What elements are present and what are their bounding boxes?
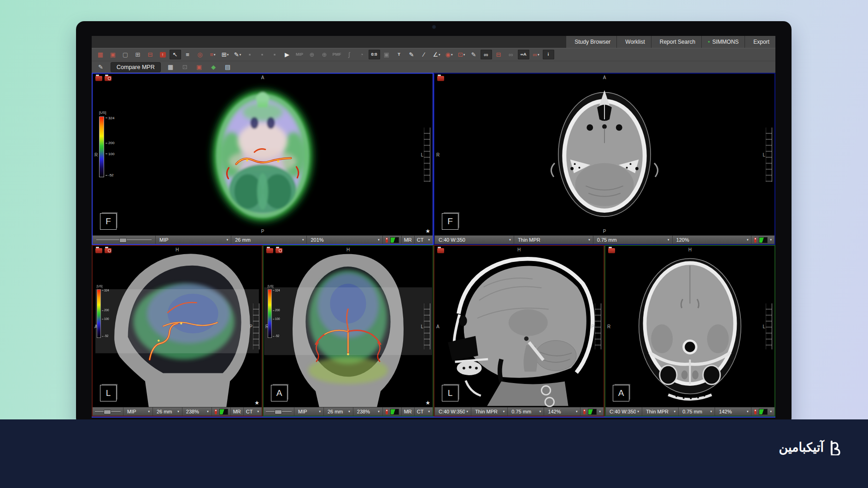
db-series-icon[interactable]: ⊟ [493,50,504,59]
unload-pin-icon[interactable] [754,409,757,414]
status-dropdown[interactable]: C:40 W:350 ▾ [434,236,514,244]
ruler-measure-icon[interactable]: ∕ [418,50,430,59]
angle-measure-icon[interactable]: ∠ ▾ [431,50,442,59]
step-back-icon[interactable]: ▪ [244,50,256,59]
orientation-cube[interactable]: F [100,213,117,230]
unload-series-icon[interactable] [608,248,615,253]
orientation-cube[interactable]: L [100,385,117,401]
center-point-icon[interactable]: ⊕ [319,50,330,59]
modality-ct[interactable]: CT [243,407,255,416]
viewport-fused-axial[interactable]: A P R L [US] 324 200 1 [92,73,434,245]
unload-series-icon[interactable] [437,76,444,81]
open-folder-icon[interactable]: ▣ [107,50,119,59]
status-dropdown[interactable]: MIP ▾ [294,407,323,416]
rotate-scope-icon[interactable]: ◎ [194,50,206,59]
marker-pen-icon[interactable]: ✎ [468,50,480,59]
clock-icon[interactable]: ◔ [356,50,368,59]
volume-3d-icon[interactable]: ◆ [208,62,219,72]
tile-count-icon[interactable]: 0:0 [369,50,380,59]
orientation-cube[interactable]: A [271,385,287,401]
status-dropdown[interactable]: Thin MPR ▾ [642,407,678,416]
status-dropdown[interactable]: 238% ▾ [182,407,211,416]
record-series-icon[interactable] [105,76,111,81]
status-dropdown[interactable]: 201% ▾ [306,236,382,244]
pmf-icon[interactable]: PMF [331,50,343,59]
status-dropdown[interactable]: 0.75 mm ▾ [593,236,672,244]
image-state-icon[interactable] [759,237,768,243]
key-image-star-icon[interactable]: ★ [425,228,430,234]
mip-mode-icon[interactable]: MIP [294,50,305,59]
status-dropdown[interactable]: Thin MPR ▾ [471,407,507,416]
viewport-fused-sagittal[interactable]: H A P [US] 324 200 100 [92,245,263,417]
text-annotation-icon[interactable]: T [393,50,405,59]
window-preset-icon[interactable]: ✎ ▾ [232,50,243,59]
crosshair-icon[interactable]: ⊕ [306,50,318,59]
orientation-cube[interactable]: F [442,213,458,230]
modality-mr[interactable]: MR [401,236,414,244]
status-dropdown[interactable]: 120% ▾ [672,236,751,244]
play-icon[interactable]: ▶ [282,50,293,59]
status-dropdown[interactable]: Thin MPR ▾ [514,236,593,244]
key-image-star-icon[interactable]: ★ [425,400,430,406]
capture-region-icon[interactable]: ⊡ ▾ [456,50,467,59]
layout-grid-icon[interactable]: ⊞ ▾ [219,50,231,59]
tab-study-browser[interactable]: Study Browser [566,36,616,48]
sync-link-icon[interactable]: ∞ [481,50,492,59]
image-state-icon[interactable] [219,409,228,415]
edit-view-icon[interactable]: ✎ [95,62,106,72]
orientation-cube[interactable]: L [442,385,458,401]
dropdown-caret-icon[interactable]: ▾ [770,238,772,242]
modality-mr[interactable]: MR [401,407,414,416]
status-dropdown[interactable]: 26 mm ▾ [152,407,182,416]
slice-slider[interactable] [95,410,121,413]
unload-pin-icon[interactable] [386,238,388,243]
unload-pin-icon[interactable] [583,409,586,414]
image-state-icon[interactable] [588,409,597,415]
slice-slider[interactable] [266,410,292,413]
dropdown-caret-icon[interactable]: ▾ [428,410,430,413]
auto-link-icon[interactable]: ∞A [518,50,529,59]
sort-series-icon[interactable]: ≡ ▾ [207,50,218,59]
blank-page-icon[interactable]: ▢ [120,50,131,59]
fusion-off-icon[interactable]: ⊡ [179,62,191,72]
unload-series-icon[interactable] [95,248,102,253]
protocol-lock-icon[interactable]: ⊞ [132,50,144,59]
unload-pin-icon[interactable] [754,238,757,243]
dropdown-caret-icon[interactable]: ▾ [599,410,601,413]
tab-export[interactable]: Export [745,36,775,48]
modality-ct[interactable]: CT [414,407,426,416]
link-options-icon[interactable]: ∞ ▾ [530,50,542,59]
browse-series-icon[interactable]: ≡ [182,50,194,59]
tab-simmons[interactable]: ● SIMMONS [702,36,745,48]
pointer-tool-icon[interactable]: ↖ [170,50,181,59]
modality-mr[interactable]: MR [230,407,243,416]
overlay-image-icon[interactable]: ▣ [194,62,205,72]
mpr-layout-icon[interactable]: ▦ [165,62,176,72]
image-state-icon[interactable] [390,409,399,415]
viewport-ct-axial[interactable]: A P R L F C:40 W: [434,73,775,245]
save-icon[interactable]: ▣ [381,50,393,59]
unload-series-icon[interactable] [437,248,444,253]
status-dropdown[interactable]: 142% ▾ [544,407,580,416]
snapshot-icon[interactable]: ◉ ▾ [443,50,455,59]
tab-worklist[interactable]: Worklist [617,36,651,48]
step-forward-icon[interactable]: ▪ [257,50,268,59]
loop-icon[interactable]: ▪ [269,50,281,59]
status-dropdown[interactable]: 26 mm ▾ [231,236,306,244]
link-off-icon[interactable]: ∞ [505,50,517,59]
slice-slider[interactable] [96,238,152,242]
import-image-icon[interactable]: ↑ [157,50,169,59]
image-state-icon[interactable] [759,409,768,415]
info-icon[interactable]: i [543,50,554,59]
unload-pin-icon[interactable] [386,409,388,414]
cart-icon[interactable]: ⊟ [145,50,156,59]
compare-mpr-button[interactable]: Compare MPR [111,62,161,72]
curve-tool-icon[interactable]: ∫ [344,50,355,59]
orientation-cube[interactable]: A [613,385,629,401]
series-grid-icon[interactable]: ▦ [95,50,106,59]
pencil-annotation-icon[interactable]: ✎ [406,50,417,59]
viewport-ct-sagittal[interactable]: H A P L C:40 W:350 [434,245,604,417]
status-dropdown[interactable]: 26 mm ▾ [323,407,353,416]
status-dropdown[interactable]: 0.75 mm ▾ [507,407,544,416]
status-dropdown[interactable]: C:40 W:350 ▾ [434,407,471,416]
